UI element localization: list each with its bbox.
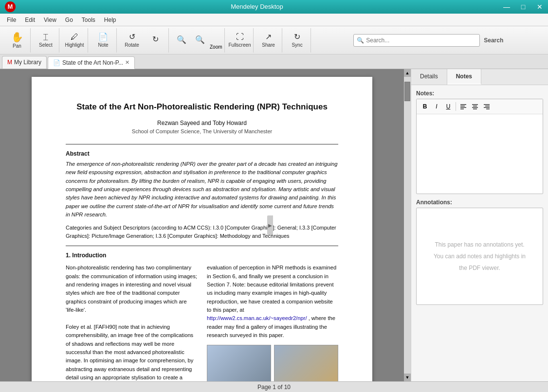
scroll-down-button[interactable]: ▼: [404, 374, 411, 381]
notes-textarea[interactable]: [417, 114, 543, 192]
close-button[interactable]: ✕: [531, 0, 548, 14]
scrollbar[interactable]: ▲ ▼: [404, 69, 411, 381]
pan-icon: ✋: [11, 32, 23, 42]
pdf-icon: 📄: [53, 59, 60, 66]
italic-button[interactable]: I: [431, 101, 442, 112]
scroll-thumb[interactable]: [404, 82, 410, 101]
note-tool[interactable]: 📄 Note: [92, 28, 114, 53]
no-annotations-line3: the PDF viewer.: [459, 264, 500, 272]
sync-tool[interactable]: ↻ Sync: [286, 28, 309, 53]
bold-button[interactable]: B: [420, 101, 430, 112]
pdf-link[interactable]: http://www2.cs.man.ac.uk/~sayeedr2/npr/: [207, 315, 307, 321]
highlight-icon: 🖊: [71, 33, 78, 41]
maximize-button[interactable]: □: [515, 0, 531, 14]
rotate-cw-tool[interactable]: ↻: [144, 28, 166, 53]
tab-details[interactable]: Details: [411, 69, 447, 85]
zoom-out-icon: 🔍: [177, 35, 186, 44]
categories-text: Categories and Subject Descriptors (acco…: [66, 224, 338, 240]
notes-editor: B I U: [416, 99, 543, 194]
pdf-affiliation: School of Computer Science, The Universi…: [66, 128, 338, 134]
menu-file[interactable]: File: [3, 15, 20, 25]
align-left-icon: [460, 103, 467, 110]
intro-col1-text2: Foley et al. [FAFH90] note that in achie…: [66, 323, 197, 381]
underline-button[interactable]: U: [443, 101, 454, 112]
app-title: Mendeley Desktop: [16, 0, 498, 14]
intro-col2-text1: evaluation of perception in NPR methods …: [207, 264, 338, 314]
library-icon: M: [7, 59, 12, 66]
select-tool[interactable]: ⌶ Select: [35, 28, 57, 53]
sync-icon: ↻: [294, 33, 300, 41]
tab-notes[interactable]: Notes: [447, 69, 481, 85]
align-left-button[interactable]: [458, 101, 469, 112]
page-indicator: Page 1 of 10: [257, 384, 291, 391]
no-annotations-line2: You can add notes and highlights in: [434, 252, 526, 261]
menu-help[interactable]: Help: [100, 15, 120, 25]
rotate-icon: ↺: [129, 33, 135, 41]
panel-tabs: Details Notes: [411, 69, 548, 85]
tab-document[interactable]: 📄 State of the Art Non-P... ✕: [48, 56, 135, 69]
intro-header: 1. Introduction: [66, 252, 338, 259]
select-icon: ⌶: [43, 33, 48, 41]
rotate-cw-icon: ↻: [152, 36, 159, 43]
pdf-title: State of the Art Non-Photorealistic Rend…: [66, 101, 338, 113]
abstract-text: The emergence of non-photorealistic rend…: [66, 160, 338, 219]
zoom-in-tool[interactable]: 🔍: [191, 28, 209, 53]
note-icon: 📄: [98, 33, 108, 41]
search-label: Search: [484, 37, 503, 44]
pdf-page: filew State of the Art Non-Photorealisti…: [32, 77, 372, 381]
pdf-authors: Rezwan Sayeed and Toby Howard: [66, 120, 338, 126]
annotations-box: This paper has no annotations yet. You c…: [416, 208, 543, 305]
search-icon: 🔍: [357, 37, 364, 44]
titlebar: M Mendeley Desktop — □ ✕: [0, 0, 548, 14]
menu-go[interactable]: Go: [61, 15, 77, 25]
fullscreen-icon: ⛶: [236, 33, 244, 41]
figure1: [207, 345, 271, 381]
abstract-header: Abstract: [66, 150, 338, 157]
annotations-label: Annotations:: [416, 199, 543, 206]
pdf-viewer[interactable]: filew State of the Art Non-Photorealisti…: [0, 69, 404, 381]
tab-close-button[interactable]: ✕: [125, 59, 129, 66]
no-annotations-line1: This paper has no annotations yet.: [435, 240, 524, 249]
menu-tools[interactable]: Tools: [78, 15, 99, 25]
toolbar: ✋ Pan ⌶ Select 🖊 Highlight 📄 Note ↺ Rota…: [0, 26, 548, 54]
menubar: File Edit View Go Tools Help: [0, 14, 548, 26]
panel-collapse-button[interactable]: ▶: [267, 215, 273, 235]
format-divider: [456, 102, 456, 111]
rotate-tool[interactable]: ↺ Rotate: [121, 28, 143, 53]
pan-tool[interactable]: ✋ Pan: [6, 28, 28, 53]
figure2: [274, 345, 338, 381]
share-tool[interactable]: ↗ Share: [257, 28, 280, 53]
scroll-up-button[interactable]: ▲: [404, 69, 411, 77]
menu-view[interactable]: View: [40, 15, 60, 25]
statusbar: Page 1 of 10: [0, 381, 548, 392]
main-layout: filew State of the Art Non-Photorealisti…: [0, 69, 548, 381]
notes-format-toolbar: B I U: [417, 99, 543, 114]
tabs-bar: M My Library 📄 State of the Art Non-P...…: [0, 54, 548, 69]
align-center-button[interactable]: [470, 101, 480, 112]
zoom-in-icon: 🔍: [195, 35, 205, 44]
highlight-tool[interactable]: 🖊 Highlight: [63, 28, 86, 53]
app-logo: M: [5, 1, 16, 12]
zoom-out-tool[interactable]: 🔍: [173, 28, 190, 53]
intro-col1-text1: Non-photorealistic rendering has two com…: [66, 264, 197, 314]
notes-section: Notes: B I U: [411, 85, 548, 381]
search-area: 🔍 Search: [313, 34, 544, 47]
align-center-icon: [472, 103, 478, 110]
share-icon: ↗: [265, 33, 272, 41]
search-input[interactable]: [366, 37, 476, 44]
scroll-track[interactable]: [404, 77, 411, 374]
menu-edit[interactable]: Edit: [21, 15, 39, 25]
align-right-button[interactable]: [481, 101, 492, 112]
fullscreen-tool[interactable]: ⛶ Fullscreen: [229, 28, 251, 53]
tab-library[interactable]: M My Library: [2, 56, 47, 69]
notes-label: Notes:: [416, 90, 543, 97]
align-right-icon: [483, 103, 490, 110]
minimize-button[interactable]: —: [498, 0, 515, 14]
right-panel: Details Notes Notes: B I U: [411, 69, 548, 381]
